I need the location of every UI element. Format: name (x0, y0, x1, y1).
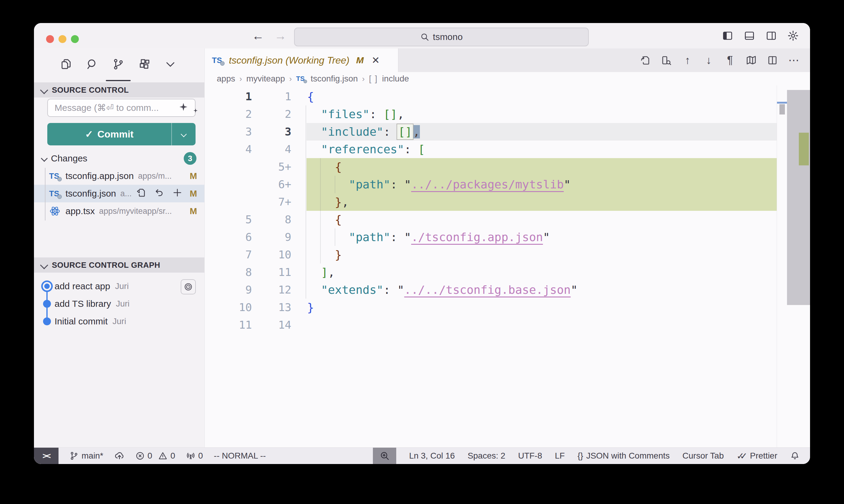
remote-indicator[interactable]: >< (34, 448, 58, 464)
cursor-position-status[interactable]: Ln 3, Col 16 (409, 451, 455, 461)
toggle-secondary-sidebar-icon[interactable] (764, 29, 778, 42)
breadcrumb-item-apps[interactable]: apps (217, 74, 235, 84)
compare-changes-icon[interactable] (660, 54, 672, 67)
gutter-spacer (291, 264, 307, 281)
breadcrumb: apps › myviteapp › TS tsconfig.json › [ … (205, 72, 810, 85)
file-name: tsconfig.json (66, 188, 116, 199)
toggle-primary-sidebar-icon[interactable] (721, 29, 734, 42)
code-line[interactable]: 811 ], (205, 264, 777, 281)
check-icon: ✓ (85, 128, 93, 140)
line-number: 5 (205, 211, 252, 228)
source-control-graph-header[interactable]: SOURCE CONTROL GRAPH (34, 257, 204, 273)
file-row-tsconfig-json[interactable]: TS tsconfig.json a... (34, 185, 204, 202)
commit-row[interactable]: Initial commit Juri (34, 312, 204, 330)
file-row-tsconfig-app-json[interactable]: TS tsconfig.app.json apps/m... M (34, 167, 204, 185)
map-icon[interactable] (745, 54, 757, 67)
eol-status[interactable]: LF (555, 451, 565, 461)
breadcrumb-item-tsconfig-json[interactable]: tsconfig.json (311, 74, 358, 84)
branch-name: main* (82, 451, 103, 461)
code-text: "path": "../../packages/mytslib" (307, 176, 777, 193)
breadcrumb-item-myviteapp[interactable]: myviteapp (246, 74, 285, 84)
generate-commit-message-icon[interactable] (179, 103, 187, 112)
extensions-icon[interactable] (138, 55, 151, 73)
ports-status[interactable]: 0 (186, 451, 203, 461)
close-tab-icon[interactable]: ✕ (372, 55, 380, 66)
code-line[interactable]: 7+ }, (205, 193, 777, 211)
diff-editor[interactable]: 11{22 "files": [],33 "include": [],44 "r… (205, 85, 810, 447)
file-path: a... (120, 189, 132, 198)
breadcrumb-item-include[interactable]: include (382, 74, 409, 84)
toggle-panel-icon[interactable] (743, 29, 756, 42)
next-change-icon[interactable]: ↓ (703, 54, 715, 67)
render-whitespace-icon[interactable]: ¶ (724, 54, 736, 67)
gutter-spacer (291, 158, 307, 176)
code-line[interactable]: 58 { (205, 211, 777, 228)
zoom-window-button[interactable] (71, 35, 79, 43)
formatter-status[interactable]: ✓✓ Prettier (736, 451, 777, 461)
code-text: "path": "./tsconfig.app.json" (307, 228, 777, 246)
code-line[interactable]: 22 "files": [], (205, 105, 777, 123)
explorer-icon[interactable] (59, 55, 73, 73)
code-line[interactable]: 912 "extends": "../../tsconfig.base.json… (205, 281, 777, 299)
code-line[interactable]: 33 "include": [], (205, 123, 777, 141)
problems-status[interactable]: 0 0 (136, 451, 175, 461)
chevron-down-icon (40, 261, 48, 269)
selection-marker (779, 104, 785, 114)
encoding-status[interactable]: UTF-8 (518, 451, 542, 461)
line-number: 6 (205, 228, 252, 246)
publish-changes-button[interactable] (114, 451, 125, 461)
code-line[interactable]: 5+ { (205, 158, 777, 176)
code-line[interactable]: 44 "references": [ (205, 141, 777, 158)
forward-button[interactable]: → (273, 29, 288, 43)
cloud-upload-icon (114, 451, 125, 461)
error-count: 0 (148, 451, 153, 461)
back-button[interactable]: ← (251, 29, 265, 43)
code-line[interactable]: 11{ (205, 88, 777, 105)
vim-mode-indicator[interactable]: -- NORMAL -- (214, 451, 266, 461)
formatter-name: Prettier (750, 451, 777, 461)
commit-message-input[interactable] (47, 99, 195, 117)
commit-row[interactable]: add react app Juri (34, 277, 204, 295)
line-number: 8 (205, 264, 252, 281)
commit-row[interactable]: add TS library Juri (34, 295, 204, 312)
active-view-underline (106, 80, 131, 81)
language-mode-status[interactable]: {} JSON with Comments (578, 451, 670, 461)
stage-changes-icon[interactable] (172, 187, 183, 200)
more-actions-icon[interactable]: ⋯ (788, 54, 800, 67)
source-control-section-header[interactable]: SOURCE CONTROL (34, 83, 204, 97)
indentation-status[interactable]: Spaces: 2 (467, 451, 505, 461)
code-line[interactable]: 710 } (205, 246, 777, 264)
previous-change-icon[interactable]: ↑ (682, 54, 694, 67)
tab-modified-badge: M (356, 55, 364, 66)
search-view-icon[interactable] (86, 55, 99, 73)
commit-message: add TS library (55, 299, 111, 309)
code-line[interactable]: 6+ "path": "../../packages/mytslib" (205, 176, 777, 193)
command-center-search[interactable]: tsmono (294, 28, 589, 46)
zoom-indicator[interactable] (373, 448, 396, 464)
code-line[interactable]: 69 "path": "./tsconfig.app.json" (205, 228, 777, 246)
zoom-in-icon (380, 451, 390, 461)
open-file-icon[interactable] (136, 187, 146, 200)
minimize-window-button[interactable] (58, 35, 66, 43)
scrollbar-slider[interactable] (787, 90, 810, 305)
source-control-icon[interactable] (111, 55, 125, 73)
vscode-window: ← → tsmono (34, 23, 810, 464)
changes-section-header[interactable]: Changes 3 (34, 151, 204, 166)
code-line[interactable]: 1013} (205, 299, 777, 316)
code-text: }, (307, 193, 777, 211)
settings-gear-icon[interactable] (787, 29, 800, 42)
close-window-button[interactable] (46, 35, 54, 43)
notifications-bell-icon[interactable] (790, 451, 800, 461)
file-row-app-tsx[interactable]: app.tsx apps/myviteapp/sr... M (34, 202, 204, 220)
commit-dropdown-button[interactable] (171, 123, 195, 145)
open-file-icon[interactable] (639, 54, 651, 67)
discard-changes-icon[interactable] (154, 187, 164, 200)
branch-status[interactable]: main* (69, 451, 103, 461)
goto-head-button[interactable] (181, 279, 196, 294)
commit-button[interactable]: ✓ Commit (47, 123, 195, 145)
tab-tsconfig-json-working-tree[interactable]: TS tsconfig.json (Working Tree) M ✕ (205, 49, 398, 72)
code-line[interactable]: 1114 (205, 316, 777, 334)
split-editor-icon[interactable] (767, 54, 778, 67)
tab-completion-status[interactable]: Cursor Tab (683, 451, 724, 461)
more-views-chevron-icon[interactable] (164, 55, 177, 73)
